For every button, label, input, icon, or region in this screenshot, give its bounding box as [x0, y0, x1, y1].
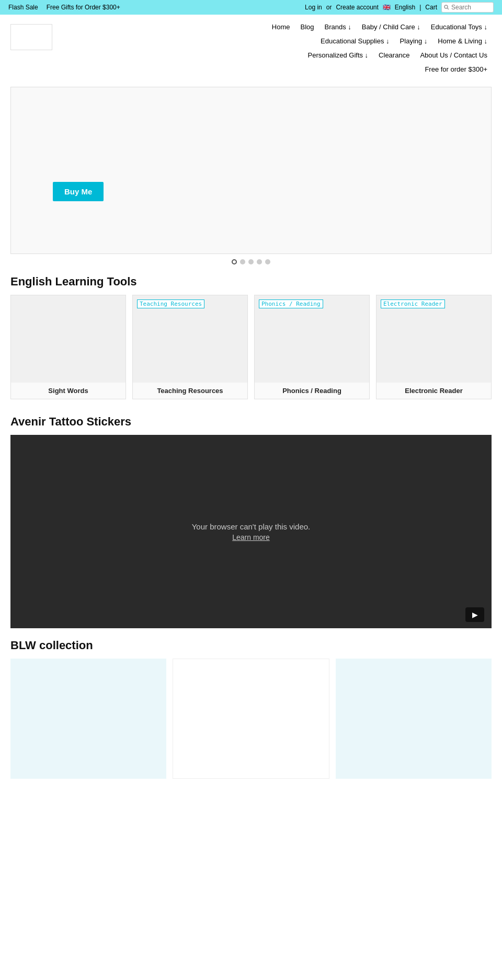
sight-words-image	[11, 295, 126, 383]
sight-words-label: Sight Words	[11, 383, 126, 399]
nav-home[interactable]: Home	[268, 20, 294, 34]
electronic-reader-image	[376, 295, 491, 383]
announcement-right: Log in or Create account 🇬🇧 English | Ca…	[305, 2, 494, 13]
nav-row-3: Personalized Gifts ↓ Clearance About Us …	[304, 48, 492, 62]
hero-slider: Buy Me	[10, 87, 492, 254]
blw-card-2[interactable]	[173, 659, 329, 779]
dot-3[interactable]	[248, 259, 254, 264]
create-account-link[interactable]: Create account	[336, 4, 378, 11]
electronic-reader-tag: Electronic Reader	[381, 299, 445, 308]
nav-personalized-gifts[interactable]: Personalized Gifts ↓	[304, 48, 373, 62]
blw-card-3[interactable]	[336, 659, 492, 779]
free-gifts-text: Free Gifts for Order $300+	[47, 4, 120, 11]
blw-card-1[interactable]	[10, 659, 166, 779]
video-section: Your browser can't play this video. Lear…	[10, 435, 492, 628]
video-learn-more-link[interactable]: Learn more	[192, 533, 311, 541]
teaching-resources-tag: Teaching Resources	[137, 299, 204, 308]
buy-me-button[interactable]: Buy Me	[53, 182, 104, 201]
nav-clearance[interactable]: Clearance	[374, 48, 414, 62]
search-input[interactable]	[441, 2, 494, 13]
divider: |	[419, 4, 421, 11]
dot-2[interactable]	[240, 259, 245, 264]
login-link[interactable]: Log in	[305, 4, 322, 11]
flash-sale-text: Flash Sale	[8, 4, 38, 11]
nav-brands[interactable]: Brands ↓	[321, 20, 356, 34]
tool-card-sight-words[interactable]: Sight Words	[10, 295, 126, 399]
dot-4[interactable]	[257, 259, 262, 264]
blw-section: BLW collection	[10, 639, 492, 779]
slider-dots	[0, 259, 502, 264]
video-cannot-play-text: Your browser can't play this video.	[192, 522, 311, 531]
nav-row-2: Educational Supplies ↓ Playing ↓ Home & …	[316, 34, 492, 48]
video-container: Your browser can't play this video. Lear…	[10, 435, 492, 628]
nav-playing[interactable]: Playing ↓	[396, 34, 432, 48]
tool-card-teaching-resources[interactable]: Teaching Resources Teaching Resources	[132, 295, 248, 399]
flag-icon: 🇬🇧	[383, 4, 391, 11]
cart-link[interactable]: Cart	[425, 4, 437, 11]
nav-blog[interactable]: Blog	[296, 20, 318, 34]
or-text: or	[326, 4, 332, 11]
tool-card-electronic-reader[interactable]: Electronic Reader Electronic Reader	[376, 295, 492, 399]
announcement-bar: Flash Sale Free Gifts for Order $300+ Lo…	[0, 0, 502, 15]
phonics-reading-tag: Phonics / Reading	[259, 299, 323, 308]
tool-card-phonics-reading[interactable]: Phonics / Reading Phonics / Reading	[254, 295, 370, 399]
learning-tools-grid: Sight Words Teaching Resources Teaching …	[0, 295, 502, 399]
nav-row-4: Free for order $300+	[420, 62, 492, 76]
blw-section-title: BLW collection	[10, 639, 481, 652]
nav-free-order[interactable]: Free for order $300+	[420, 62, 492, 76]
nav-about-contact[interactable]: About Us / Contact Us	[416, 48, 492, 62]
avenir-section-title: Avenir Tattoo Stickers	[10, 415, 492, 429]
teaching-resources-image	[133, 295, 247, 383]
video-content: Your browser can't play this video. Lear…	[192, 522, 311, 541]
nav-educational-toys[interactable]: Educational Toys ↓	[427, 20, 492, 34]
dot-1[interactable]	[232, 259, 237, 264]
dot-5[interactable]	[265, 259, 270, 264]
video-play-button[interactable]: ▶	[465, 607, 484, 622]
header: Home Blog Brands ↓ Baby / Child Care ↓ E…	[0, 15, 502, 82]
play-icon: ▶	[472, 610, 478, 619]
phonics-reading-label: Phonics / Reading	[255, 383, 369, 399]
nav-educational-supplies[interactable]: Educational Supplies ↓	[316, 34, 394, 48]
nav-baby-child-care[interactable]: Baby / Child Care ↓	[358, 20, 425, 34]
nav-row-1: Home Blog Brands ↓ Baby / Child Care ↓ E…	[268, 20, 492, 34]
main-nav: Home Blog Brands ↓ Baby / Child Care ↓ E…	[52, 20, 492, 76]
blw-grid	[10, 659, 492, 779]
nav-home-living[interactable]: Home & Living ↓	[433, 34, 492, 48]
learning-tools-title: English Learning Tools	[10, 275, 492, 289]
teaching-resources-label: Teaching Resources	[133, 383, 247, 399]
logo	[10, 24, 52, 50]
language-selector[interactable]: English	[395, 4, 415, 11]
electronic-reader-label: Electronic Reader	[376, 383, 491, 399]
announcement-left: Flash Sale Free Gifts for Order $300+	[8, 4, 120, 11]
phonics-reading-image	[255, 295, 369, 383]
